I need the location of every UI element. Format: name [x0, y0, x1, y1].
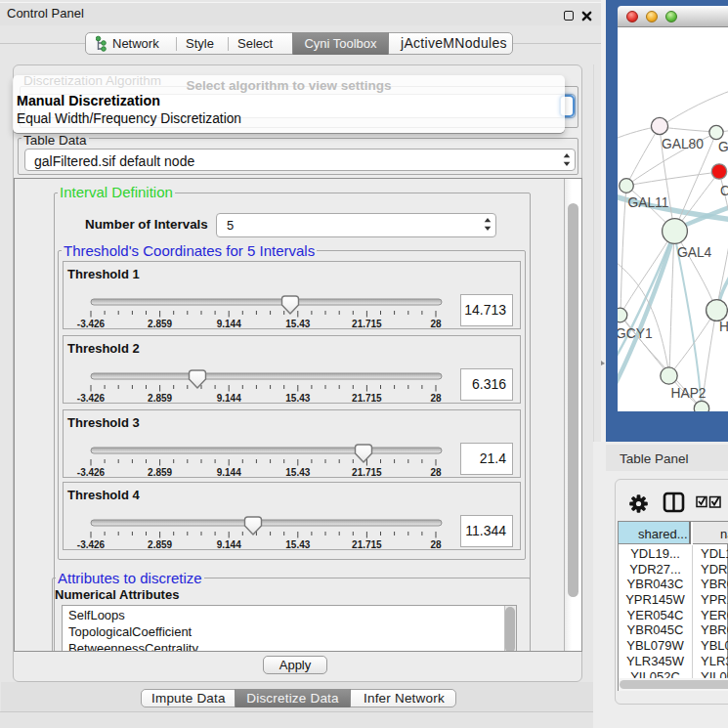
svg-text:15.43: 15.43 [285, 539, 310, 550]
svg-text:HAP2: HAP2 [671, 386, 707, 401]
svg-text:9.144: 9.144 [217, 467, 241, 478]
svg-text:GAL80: GAL80 [662, 137, 704, 151]
svg-text:GAL11: GAL11 [628, 195, 669, 210]
svg-text:21.715: 21.715 [352, 539, 382, 550]
svg-text:GAL4: GAL4 [677, 245, 712, 260]
svg-text:9.144: 9.144 [217, 319, 241, 329]
svg-text:28: 28 [430, 319, 442, 329]
svg-text:2.859: 2.859 [148, 393, 172, 404]
svg-text:21.715: 21.715 [352, 319, 382, 329]
svg-text:15.43: 15.43 [285, 393, 310, 404]
svg-text:-3.426: -3.426 [77, 539, 106, 550]
svg-text:2.859: 2.859 [148, 539, 172, 550]
svg-text:2.859: 2.859 [148, 319, 172, 329]
svg-text:9.144: 9.144 [217, 393, 241, 404]
svg-text:2.859: 2.859 [148, 467, 172, 478]
svg-text:28: 28 [430, 393, 442, 404]
svg-text:15.43: 15.43 [285, 319, 310, 329]
svg-text:GAL3: GAL3 [718, 140, 728, 154]
svg-text:-3.426: -3.426 [77, 467, 106, 478]
svg-text:-3.426: -3.426 [77, 393, 106, 404]
svg-text:28: 28 [430, 539, 442, 550]
svg-text:21.715: 21.715 [352, 467, 382, 478]
svg-text:28: 28 [430, 467, 442, 478]
svg-text:9.144: 9.144 [217, 539, 241, 550]
svg-text:15.43: 15.43 [285, 467, 310, 478]
svg-text:CDC1: CDC1 [720, 184, 728, 198]
svg-text:HIS4: HIS4 [719, 320, 728, 334]
svg-text:-3.426: -3.426 [77, 319, 106, 329]
svg-text:GCY1: GCY1 [618, 326, 653, 341]
svg-text:21.715: 21.715 [352, 393, 382, 404]
